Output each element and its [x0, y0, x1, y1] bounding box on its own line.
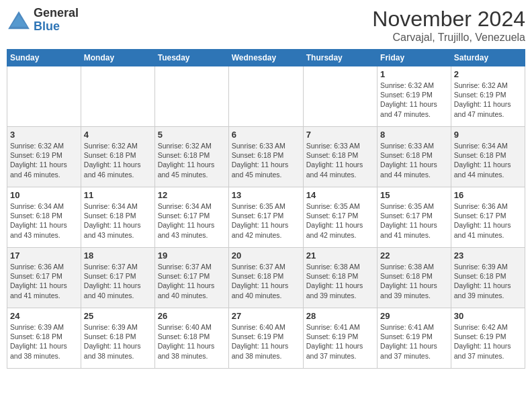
calendar-cell: 14Sunrise: 6:35 AM Sunset: 6:17 PM Dayli…: [303, 187, 377, 248]
calendar-cell: [7, 66, 81, 127]
day-number: 15: [380, 190, 448, 200]
calendar-cell: [228, 66, 303, 127]
calendar-cell: 8Sunrise: 6:33 AM Sunset: 6:18 PM Daylig…: [378, 127, 451, 187]
day-number: 8: [380, 130, 448, 140]
day-number: 16: [454, 190, 522, 200]
day-info: Sunrise: 6:41 AM Sunset: 6:19 PM Dayligh…: [306, 322, 374, 361]
logo-text: General Blue: [34, 7, 79, 34]
calendar-cell: [154, 66, 228, 127]
calendar-cell: 2Sunrise: 6:32 AM Sunset: 6:19 PM Daylig…: [451, 66, 525, 127]
day-info: Sunrise: 6:32 AM Sunset: 6:19 PM Dayligh…: [10, 141, 78, 179]
day-number: 26: [158, 311, 226, 321]
header-cell-saturday: Saturday: [451, 50, 525, 66]
calendar-cell: 26Sunrise: 6:40 AM Sunset: 6:18 PM Dayli…: [154, 308, 228, 369]
calendar-row: 10Sunrise: 6:34 AM Sunset: 6:18 PM Dayli…: [7, 187, 525, 248]
day-number: 12: [158, 190, 226, 200]
day-info: Sunrise: 6:38 AM Sunset: 6:18 PM Dayligh…: [380, 262, 448, 300]
day-info: Sunrise: 6:37 AM Sunset: 6:18 PM Dayligh…: [232, 262, 300, 300]
header-cell-monday: Monday: [81, 50, 154, 66]
calendar-cell: 20Sunrise: 6:37 AM Sunset: 6:18 PM Dayli…: [228, 248, 303, 308]
day-info: Sunrise: 6:36 AM Sunset: 6:17 PM Dayligh…: [454, 201, 522, 240]
day-number: 2: [454, 69, 522, 79]
day-info: Sunrise: 6:33 AM Sunset: 6:18 PM Dayligh…: [306, 141, 374, 179]
day-info: Sunrise: 6:32 AM Sunset: 6:18 PM Dayligh…: [158, 141, 226, 179]
day-info: Sunrise: 6:38 AM Sunset: 6:18 PM Dayligh…: [306, 262, 374, 300]
day-number: 7: [306, 130, 374, 140]
day-number: 18: [84, 250, 152, 261]
header-row: SundayMondayTuesdayWednesdayThursdayFrid…: [7, 50, 525, 66]
calendar-cell: 23Sunrise: 6:39 AM Sunset: 6:18 PM Dayli…: [451, 248, 525, 308]
calendar-cell: 16Sunrise: 6:36 AM Sunset: 6:17 PM Dayli…: [451, 187, 525, 248]
header-cell-sunday: Sunday: [7, 50, 81, 66]
logo: General Blue: [7, 7, 79, 34]
day-info: Sunrise: 6:39 AM Sunset: 6:18 PM Dayligh…: [84, 322, 152, 361]
day-number: 19: [158, 250, 226, 261]
calendar-cell: 7Sunrise: 6:33 AM Sunset: 6:18 PM Daylig…: [303, 127, 377, 187]
calendar-cell: 13Sunrise: 6:35 AM Sunset: 6:17 PM Dayli…: [228, 187, 303, 248]
calendar-cell: 6Sunrise: 6:33 AM Sunset: 6:18 PM Daylig…: [228, 127, 303, 187]
calendar-cell: 21Sunrise: 6:38 AM Sunset: 6:18 PM Dayli…: [303, 248, 377, 308]
calendar-cell: 28Sunrise: 6:41 AM Sunset: 6:19 PM Dayli…: [303, 308, 377, 369]
day-info: Sunrise: 6:35 AM Sunset: 6:17 PM Dayligh…: [306, 201, 374, 240]
header-cell-friday: Friday: [378, 50, 451, 66]
header-cell-thursday: Thursday: [303, 50, 377, 66]
day-info: Sunrise: 6:39 AM Sunset: 6:18 PM Dayligh…: [454, 262, 522, 300]
day-number: 27: [232, 311, 300, 321]
calendar-table: SundayMondayTuesdayWednesdayThursdayFrid…: [7, 49, 525, 369]
title-block: November 2024 Carvajal, Trujillo, Venezu…: [372, 7, 525, 44]
day-number: 30: [454, 311, 522, 321]
day-number: 6: [232, 130, 300, 140]
day-info: Sunrise: 6:35 AM Sunset: 6:17 PM Dayligh…: [380, 201, 448, 240]
day-info: Sunrise: 6:42 AM Sunset: 6:19 PM Dayligh…: [454, 322, 522, 361]
page-header: General Blue November 2024 Carvajal, Tru…: [7, 7, 525, 44]
day-info: Sunrise: 6:34 AM Sunset: 6:18 PM Dayligh…: [84, 201, 152, 240]
day-info: Sunrise: 6:34 AM Sunset: 6:17 PM Dayligh…: [158, 201, 226, 240]
day-info: Sunrise: 6:33 AM Sunset: 6:18 PM Dayligh…: [232, 141, 300, 179]
day-number: 9: [454, 130, 522, 140]
day-info: Sunrise: 6:40 AM Sunset: 6:18 PM Dayligh…: [158, 322, 226, 361]
day-number: 20: [232, 250, 300, 261]
calendar-cell: 27Sunrise: 6:40 AM Sunset: 6:19 PM Dayli…: [228, 308, 303, 369]
day-number: 24: [10, 311, 78, 321]
calendar-cell: 3Sunrise: 6:32 AM Sunset: 6:19 PM Daylig…: [7, 127, 81, 187]
day-info: Sunrise: 6:41 AM Sunset: 6:19 PM Dayligh…: [380, 322, 448, 361]
page-title: November 2024: [372, 7, 525, 32]
calendar-cell: 29Sunrise: 6:41 AM Sunset: 6:19 PM Dayli…: [378, 308, 451, 369]
calendar-cell: [303, 66, 377, 127]
calendar-row: 1Sunrise: 6:32 AM Sunset: 6:19 PM Daylig…: [7, 66, 525, 127]
day-number: 17: [10, 250, 78, 261]
day-number: 4: [84, 130, 152, 140]
day-number: 5: [158, 130, 226, 140]
calendar-cell: 1Sunrise: 6:32 AM Sunset: 6:19 PM Daylig…: [378, 66, 451, 127]
logo-icon: [7, 10, 31, 30]
day-number: 28: [306, 311, 374, 321]
day-info: Sunrise: 6:33 AM Sunset: 6:18 PM Dayligh…: [380, 141, 448, 179]
calendar-cell: 4Sunrise: 6:32 AM Sunset: 6:18 PM Daylig…: [81, 127, 154, 187]
day-info: Sunrise: 6:32 AM Sunset: 6:18 PM Dayligh…: [84, 141, 152, 179]
day-number: 23: [454, 250, 522, 261]
day-number: 3: [10, 130, 78, 140]
day-info: Sunrise: 6:37 AM Sunset: 6:17 PM Dayligh…: [158, 262, 226, 300]
day-number: 1: [380, 69, 448, 79]
day-info: Sunrise: 6:37 AM Sunset: 6:17 PM Dayligh…: [84, 262, 152, 300]
calendar-cell: [81, 66, 154, 127]
calendar-cell: 11Sunrise: 6:34 AM Sunset: 6:18 PM Dayli…: [81, 187, 154, 248]
calendar-cell: 22Sunrise: 6:38 AM Sunset: 6:18 PM Dayli…: [378, 248, 451, 308]
calendar-cell: 24Sunrise: 6:39 AM Sunset: 6:18 PM Dayli…: [7, 308, 81, 369]
page-subtitle: Carvajal, Trujillo, Venezuela: [372, 32, 525, 44]
day-info: Sunrise: 6:39 AM Sunset: 6:18 PM Dayligh…: [10, 322, 78, 361]
calendar-cell: 15Sunrise: 6:35 AM Sunset: 6:17 PM Dayli…: [378, 187, 451, 248]
calendar-cell: 19Sunrise: 6:37 AM Sunset: 6:17 PM Dayli…: [154, 248, 228, 308]
calendar-cell: 30Sunrise: 6:42 AM Sunset: 6:19 PM Dayli…: [451, 308, 525, 369]
calendar-cell: 12Sunrise: 6:34 AM Sunset: 6:17 PM Dayli…: [154, 187, 228, 248]
day-number: 22: [380, 250, 448, 261]
day-number: 13: [232, 190, 300, 200]
calendar-cell: 10Sunrise: 6:34 AM Sunset: 6:18 PM Dayli…: [7, 187, 81, 248]
day-info: Sunrise: 6:36 AM Sunset: 6:17 PM Dayligh…: [10, 262, 78, 300]
day-number: 25: [84, 311, 152, 321]
day-info: Sunrise: 6:32 AM Sunset: 6:19 PM Dayligh…: [454, 81, 522, 119]
day-number: 11: [84, 190, 152, 200]
day-info: Sunrise: 6:40 AM Sunset: 6:19 PM Dayligh…: [232, 322, 300, 361]
calendar-row: 24Sunrise: 6:39 AM Sunset: 6:18 PM Dayli…: [7, 308, 525, 369]
calendar-header: SundayMondayTuesdayWednesdayThursdayFrid…: [7, 50, 525, 66]
